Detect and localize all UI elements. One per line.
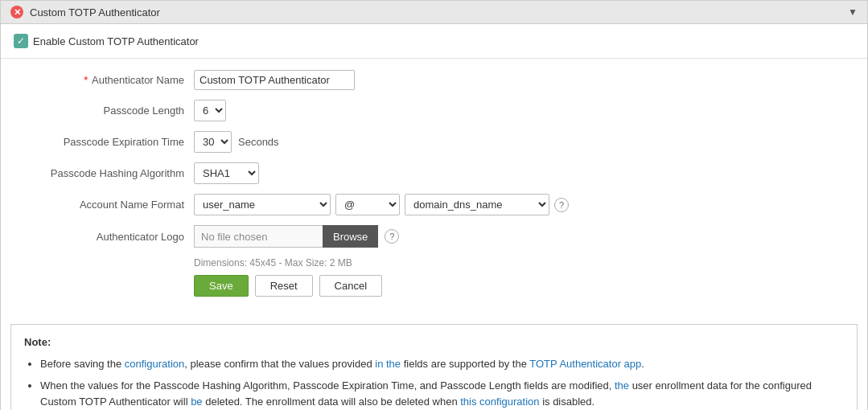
chevron-down-icon[interactable]: ▼ bbox=[848, 6, 858, 18]
cancel-button[interactable]: Cancel bbox=[319, 275, 382, 297]
account-name-label: Account Name Format bbox=[17, 199, 194, 211]
error-icon: ✕ bbox=[10, 6, 23, 18]
account-name-help-icon[interactable]: ? bbox=[554, 198, 569, 212]
passcode-length-select[interactable]: 6 7 8 bbox=[194, 100, 226, 121]
enable-label: Enable Custom TOTP Authenticator bbox=[33, 35, 199, 47]
dimensions-hint: Dimensions: 45x45 - Max Size: 2 MB bbox=[194, 257, 851, 269]
form-area: * Authenticator Name Passcode Length 6 7… bbox=[1, 59, 867, 318]
browse-button[interactable]: Browse bbox=[323, 225, 378, 248]
note-bullet2: When the values for the Passcode Hashing… bbox=[40, 378, 844, 410]
note-section: Note: Before saving the configuration, p… bbox=[10, 324, 858, 410]
enable-checkbox[interactable]: ✓ bbox=[14, 34, 28, 48]
header-title-group: ✕ Custom TOTP Authenticator bbox=[10, 6, 160, 18]
logo-help-icon[interactable]: ? bbox=[385, 229, 399, 244]
reset-button[interactable]: Reset bbox=[255, 275, 313, 297]
passcode-expiration-label: Passcode Expiration Time bbox=[17, 136, 194, 148]
authenticator-logo-row: Authenticator Logo No file chosen Browse… bbox=[17, 225, 851, 248]
account-format-group: user_name email @ + domain_dns_name doma… bbox=[194, 194, 569, 215]
required-star: * bbox=[84, 74, 88, 86]
note-bullet1: Before saving the configuration, please … bbox=[40, 356, 844, 373]
authenticator-logo-label: Authenticator Logo bbox=[17, 231, 194, 243]
authenticator-name-row: * Authenticator Name bbox=[17, 70, 851, 90]
header-bar: ✕ Custom TOTP Authenticator ▼ bbox=[1, 1, 867, 24]
passcode-hashing-select[interactable]: SHA1 SHA256 SHA512 bbox=[194, 162, 259, 184]
passcode-expiration-row: Passcode Expiration Time 30 60 90 Second… bbox=[17, 131, 851, 153]
authenticator-name-label: * Authenticator Name bbox=[17, 74, 194, 86]
passcode-length-label: Passcode Length bbox=[17, 105, 194, 117]
header-title-text: Custom TOTP Authenticator bbox=[30, 6, 160, 18]
account-name-select2[interactable]: @ + bbox=[335, 194, 400, 215]
enable-row: ✓ Enable Custom TOTP Authenticator bbox=[1, 24, 867, 59]
passcode-length-row: Passcode Length 6 7 8 bbox=[17, 100, 851, 121]
passcode-expiration-select[interactable]: 30 60 90 bbox=[194, 131, 232, 153]
note-list: Before saving the configuration, please … bbox=[24, 356, 844, 410]
authenticator-name-input[interactable] bbox=[194, 70, 355, 90]
note-title: Note: bbox=[24, 334, 844, 351]
main-container: ✕ Custom TOTP Authenticator ▼ ✓ Enable C… bbox=[0, 0, 868, 410]
account-name-row: Account Name Format user_name email @ + … bbox=[17, 194, 851, 215]
save-button[interactable]: Save bbox=[194, 275, 249, 297]
account-name-select3[interactable]: domain_dns_name domain_name bbox=[405, 194, 549, 215]
seconds-label: Seconds bbox=[238, 136, 279, 148]
file-no-chosen-text: No file chosen bbox=[194, 225, 323, 248]
passcode-hashing-row: Passcode Hashing Algorithm SHA1 SHA256 S… bbox=[17, 162, 851, 184]
passcode-hashing-label: Passcode Hashing Algorithm bbox=[17, 167, 194, 179]
account-name-select1[interactable]: user_name email bbox=[194, 194, 331, 215]
file-group: No file chosen Browse ? bbox=[194, 225, 399, 248]
buttons-row: Save Reset Cancel bbox=[194, 275, 851, 297]
